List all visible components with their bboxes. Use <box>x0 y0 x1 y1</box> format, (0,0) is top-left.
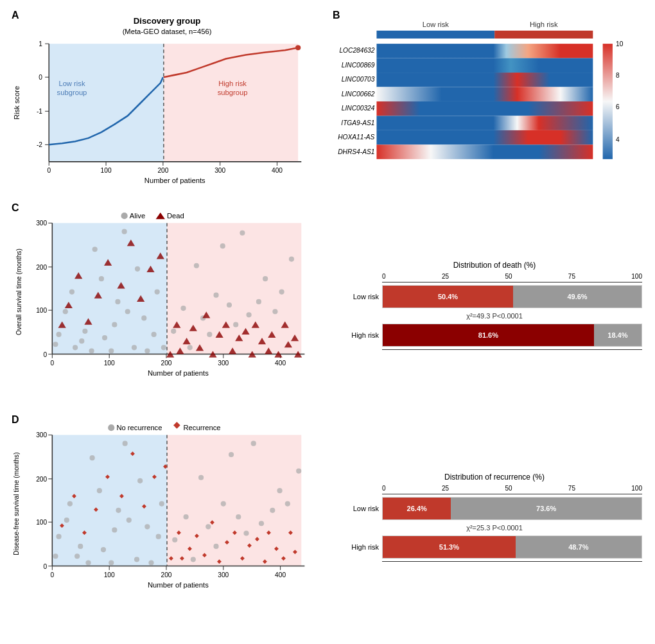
rec-diamond: ◆ <box>94 506 98 512</box>
panel-c-chart: Alive Dead 0 100 200 300 400 0 <box>10 202 324 408</box>
alive-dot <box>82 329 87 334</box>
c-x-axis-label: Number of patients <box>148 369 209 377</box>
rec-diamond: ◆ <box>82 529 87 535</box>
panel-a-title1: Discovery group <box>134 17 201 26</box>
x-axis-label: Number of patients <box>144 177 205 184</box>
c-high-risk-gray-seg: 18.4% <box>594 324 642 346</box>
no-rec-dot <box>64 518 69 523</box>
c-x-label-100: 100 <box>104 360 115 367</box>
rec-diamond: ◆ <box>163 463 168 469</box>
panel-b-chart: Low risk High risk <box>331 10 645 196</box>
y-label-1: 1 <box>39 40 42 48</box>
d-bar-chart: Distribution of recurrence (%) 0 25 50 7… <box>347 473 642 562</box>
d-bar-axis: 0 25 50 75 100 <box>347 485 642 492</box>
alive-dot <box>171 329 176 334</box>
no-rec-dot <box>285 501 290 507</box>
d-axis-100: 100 <box>631 485 642 492</box>
c-bar-axis: 0 25 50 75 100 <box>347 273 642 280</box>
alive-dot <box>233 322 238 327</box>
alive-dot <box>99 276 104 281</box>
d-y-label-300: 300 <box>36 431 47 439</box>
gene-label-2: LINC00869 <box>342 62 375 69</box>
d-x-label-0: 0 <box>51 571 55 579</box>
panel-a: A Discovery group (Meta-GEO dataset, n=4… <box>6 6 328 199</box>
panel-a-label: A <box>12 10 19 21</box>
d-high-risk-track: 51.3% 48.7% <box>382 535 642 559</box>
panel-c-label: C <box>12 202 19 214</box>
c-x-label-0: 0 <box>51 360 55 367</box>
alive-legend-label: Alive <box>130 212 145 220</box>
alive-dot <box>73 345 78 350</box>
high-risk-bar <box>494 31 593 39</box>
curve-end-dot <box>295 45 301 50</box>
d-axis-75: 75 <box>568 485 575 492</box>
c-bar-chart: Distribution of death (%) 0 25 50 75 100… <box>347 261 642 350</box>
heatmap-row-2 <box>376 58 593 73</box>
y-axis-label: Risk score <box>13 86 21 119</box>
rec-diamond: ◆ <box>293 548 297 555</box>
gene-label-4: LINC00662 <box>342 91 375 98</box>
heatmap-row-7 <box>376 130 593 144</box>
rec-diamond: ◆ <box>130 450 135 457</box>
y-label--1: -1 <box>37 108 42 115</box>
d-high-risk-red-seg: 51.3% <box>383 536 516 558</box>
d-x-label-200: 200 <box>161 571 171 579</box>
alive-dot <box>220 243 225 248</box>
d-low-risk-track: 26.4% 73.6% <box>382 497 642 520</box>
c-axis-0: 0 <box>382 273 386 280</box>
c-low-risk-gray-seg: 49.6% <box>513 286 642 308</box>
heatmap-row-3 <box>376 73 593 87</box>
legend-val-4: 4 <box>616 136 620 143</box>
alive-dot <box>247 312 252 317</box>
alive-dot <box>188 345 193 350</box>
no-rec-dot <box>198 475 204 480</box>
alive-dot <box>289 256 294 261</box>
no-rec-dot <box>127 518 132 523</box>
d-x-label-400: 400 <box>275 571 286 579</box>
high-risk-text2: subgroup <box>218 89 248 96</box>
recurrence-legend-label: Recurrence <box>184 424 221 431</box>
x-label-400: 400 <box>272 167 283 174</box>
no-rec-dot <box>123 441 128 446</box>
rec-diamond: ◆ <box>72 492 76 499</box>
panel-a-chart: Discovery group (Meta-GEO dataset, n=456… <box>10 10 324 196</box>
rec-diamond: ◆ <box>119 492 124 499</box>
no-rec-dot <box>90 455 95 460</box>
legend-val-6: 6 <box>616 103 620 110</box>
d-x-label-100: 100 <box>104 571 115 579</box>
d-y-label-0: 0 <box>44 563 48 570</box>
panel-c-bar: Distribution of death (%) 0 25 50 75 100… <box>328 199 649 411</box>
rec-diamond: ◆ <box>281 555 286 561</box>
alive-dot <box>141 315 146 320</box>
no-rec-dot <box>109 560 114 565</box>
alive-dot <box>92 247 98 252</box>
no-rec-dot <box>236 514 241 519</box>
rec-diamond: ◆ <box>263 558 267 564</box>
no-rec-dot <box>159 501 164 507</box>
recurrence-legend-icon: ◆ <box>173 419 180 430</box>
rec-diamond: ◆ <box>232 529 237 535</box>
c-bar-title: Distribution of death (%) <box>347 261 642 270</box>
d-low-risk-red-seg: 26.4% <box>383 498 451 519</box>
no-rec-dot <box>259 521 264 526</box>
c-y-label-200: 200 <box>36 264 47 271</box>
no-rec-dot <box>74 553 80 559</box>
alive-dot <box>272 309 277 314</box>
low-risk-bg <box>49 44 164 162</box>
dead-legend-label: Dead <box>167 212 184 220</box>
gene-label-8: DHRS4-AS1 <box>338 148 374 155</box>
heatmap-row-1 <box>376 44 593 58</box>
rec-diamond: ◆ <box>105 473 110 480</box>
no-recurrence-legend-label: No recurrence <box>116 424 162 431</box>
alive-dot <box>122 229 127 234</box>
c-y-label-100: 100 <box>36 307 47 314</box>
rec-diamond: ◆ <box>217 558 222 564</box>
c-y-axis-label: Overall survival time (months) <box>15 248 22 335</box>
x-label-200: 200 <box>157 167 168 174</box>
alive-dot <box>109 348 114 353</box>
no-rec-dot <box>156 534 161 539</box>
d-low-risk-row: Low risk 26.4% 73.6% <box>347 497 642 520</box>
x-label-0: 0 <box>47 167 51 174</box>
c-low-risk-red-seg: 50.4% <box>383 286 513 308</box>
no-rec-dot <box>134 557 139 562</box>
